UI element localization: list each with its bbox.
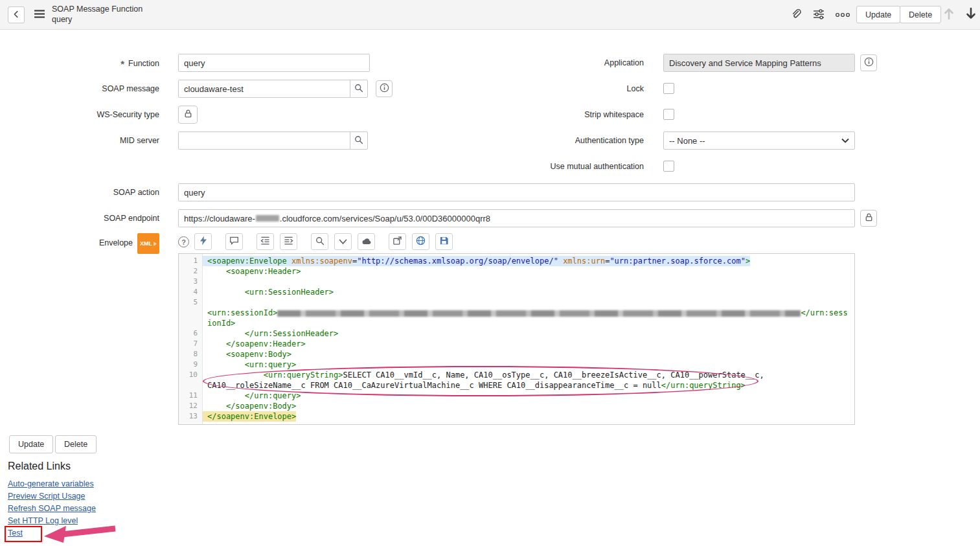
comment-bubble-icon [229,236,239,247]
open-fullscreen-button[interactable] [389,233,406,250]
soap-action-label: SOAP action [0,183,159,201]
line-number: 2 [179,266,203,277]
more-options-icon [835,10,850,20]
lock-icon [183,109,193,120]
lock-checkbox[interactable] [663,83,674,94]
shift-left-icon [260,236,270,247]
function-input[interactable] [178,54,370,72]
editor-toolbar [194,233,453,250]
mid-server-input[interactable] [178,131,350,150]
format-code-button[interactable] [194,233,212,250]
header-update-button[interactable]: Update [856,6,900,23]
related-links-title: Related Links [8,461,71,472]
line-number: 5 [179,297,203,308]
mid-server-lookup-button[interactable] [350,131,368,150]
sliders-icon [813,9,825,21]
soap-endpoint-input[interactable]: https://cloudaware-.cloudforce.com/servi… [178,209,855,227]
code-line: 7 </soapenv:Header> [179,339,854,349]
line-number: 6 [179,328,203,339]
line-number: 9 [179,359,203,370]
shift-right-button[interactable] [280,233,297,250]
strip-whitespace-label: Strip whitespace [453,106,644,124]
soap-message-input[interactable] [178,80,350,98]
mandatory-indicator-icon: * [120,58,124,69]
editor-save-button[interactable] [435,233,453,250]
line-number [179,380,203,391]
header-delete-button[interactable]: Delete [900,6,941,23]
code-line: ionId> [179,318,854,328]
line-number: 3 [179,277,203,287]
toggle-comment-button[interactable] [225,233,243,250]
cloud-icon [361,237,372,247]
code-line: 12 </soapenv:Body> [179,401,854,411]
save-disk-icon [439,236,449,247]
lock-icon [864,212,874,224]
related-link-refresh-soap-message[interactable]: Refresh SOAP message [8,504,96,513]
form-header: SOAP Message Function query Update Delet… [0,0,980,30]
code-line: 9 <urn:query> [179,359,854,370]
footer-update-button[interactable]: Update [9,435,53,453]
badge-triangle-icon [154,242,157,246]
editor-help-globe-button[interactable] [412,233,429,250]
function-label: *Function [0,54,159,72]
context-menu-button[interactable] [32,8,47,21]
line-number: 13 [179,411,203,422]
envelope-type-badge[interactable]: XML [137,233,159,254]
mid-server-label: MID server [0,131,159,150]
ws-security-type-button[interactable] [178,106,198,124]
line-number [179,318,203,328]
back-button[interactable] [8,6,25,23]
authentication-type-select[interactable]: -- None -- [663,131,855,150]
redacted-session-id [277,310,801,317]
envelope-code-editor[interactable]: 1<soapenv:Envelope xmlns:soapenv="http:/… [178,253,855,425]
code-line: 10 <urn:queryString>SELECT CA10__vmId__c… [179,370,854,380]
code-line: 13</soapenv:Envelope> [179,411,854,422]
code-lines: 1<soapenv:Envelope xmlns:soapenv="http:/… [179,254,854,422]
attachments-button[interactable] [788,8,803,22]
soap-action-input[interactable] [178,183,855,201]
shift-left-button[interactable] [256,233,274,250]
footer-delete-button[interactable]: Delete [55,435,97,453]
info-icon [380,83,389,95]
soap-endpoint-lock-button[interactable] [860,210,877,227]
strip-whitespace-checkbox[interactable] [663,109,674,120]
line-number: 4 [179,287,203,297]
arrow-up-icon [943,7,955,22]
soap-message-label: SOAP message [0,80,159,98]
use-mutual-authentication-checkbox[interactable] [663,161,674,172]
chevron-down-icon [339,237,347,247]
redacted-endpoint-segment [256,215,279,222]
line-number: 11 [179,391,203,401]
search-icon [315,236,325,247]
replace-all-button[interactable] [358,233,375,250]
line-number [179,308,203,318]
record-name: query [52,14,142,25]
related-link-set-http-log-level[interactable]: Set HTTP Log level [8,516,78,525]
next-record-button[interactable] [963,6,979,23]
related-link-preview-script-usage[interactable]: Preview Script Usage [8,492,85,501]
use-mutual-authentication-label: Use mutual authentication [453,157,644,176]
external-link-icon [393,236,402,247]
related-links-list: Auto-generate variablesPreview Script Us… [8,479,96,541]
previous-record-button[interactable] [940,6,957,23]
globe-help-icon [416,236,426,247]
code-line: 8 <soapenv:Body> [179,349,854,359]
code-line: 11 </urn:query> [179,391,854,401]
application-input [663,54,855,72]
find-next-button[interactable] [334,233,352,250]
soap-endpoint-label: SOAP endpoint [0,209,159,227]
editor-help-icon[interactable]: ? [178,236,189,247]
more-options-button[interactable] [834,10,852,20]
application-info-button[interactable] [860,54,877,71]
personalize-form-button[interactable] [810,8,827,22]
related-link-auto-generate-variables[interactable]: Auto-generate variables [8,479,94,488]
related-link-test[interactable]: Test [8,529,23,538]
page-title: SOAP Message Function [52,4,142,14]
soap-message-lookup-button[interactable] [350,80,368,98]
lock-label: Lock [453,80,644,98]
line-number: 7 [179,339,203,349]
code-line: 1<soapenv:Envelope xmlns:soapenv="http:/… [179,256,854,266]
code-line: 2 <soapenv:Header> [179,266,854,277]
soap-message-preview-button[interactable] [376,80,393,97]
editor-search-button[interactable] [311,233,328,250]
